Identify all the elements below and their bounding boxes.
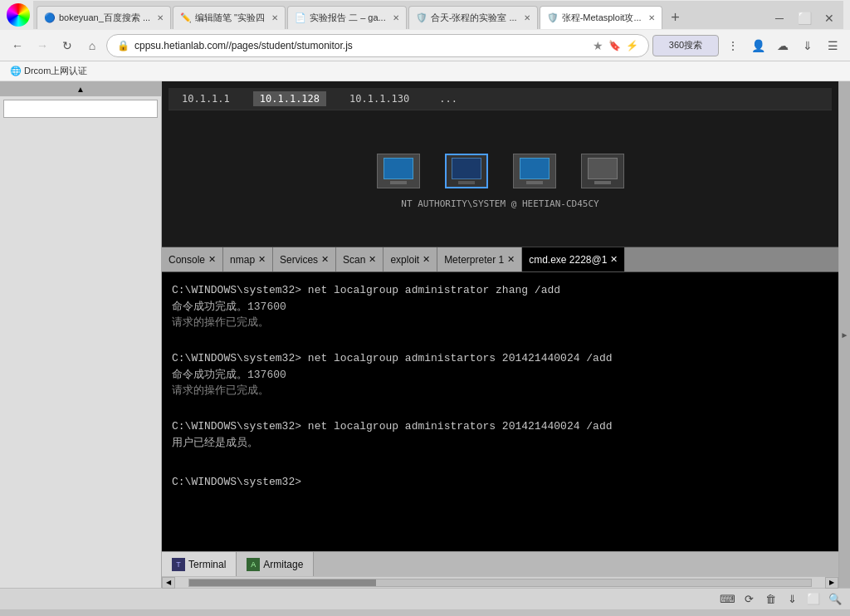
- 360-search-icon[interactable]: 360搜索: [652, 35, 719, 56]
- tab2-label: 编辑随笔 "实验四: [195, 12, 265, 24]
- node-ip-1[interactable]: 10.1.1.1: [175, 91, 237, 106]
- new-tab-button[interactable]: +: [664, 6, 687, 29]
- node-ip-4[interactable]: ...: [432, 91, 464, 106]
- node-bar: 10.1.1.1 10.1.1.128 10.1.1.130 ...: [169, 88, 832, 110]
- search-status-icon[interactable]: 🔍: [827, 591, 843, 608]
- scroll-right-button[interactable]: ▶: [825, 577, 838, 589]
- scroll-left-button[interactable]: ◀: [162, 577, 175, 589]
- star-icon[interactable]: ★: [593, 39, 603, 52]
- meterpreter-tab-close-icon[interactable]: ✕: [507, 254, 515, 265]
- node-ip-3-label: 10.1.1.130: [349, 93, 409, 105]
- bookmark-favicon: 🌐: [10, 66, 22, 76]
- bookmark-icon[interactable]: 🔖: [608, 40, 621, 51]
- network-node-3[interactable]: [513, 154, 556, 188]
- cmd-line-2: C:\WINDOWS\system32> net localgroup admi…: [172, 350, 828, 367]
- cycle-icon[interactable]: ⟳: [740, 591, 757, 608]
- account-button[interactable]: 👤: [747, 35, 769, 56]
- console-tab-label: Console: [169, 254, 205, 266]
- window-icon[interactable]: ⬜: [805, 591, 822, 608]
- network-node-1[interactable]: [377, 154, 420, 188]
- browser-tab-4[interactable]: 🛡️ 合天-张程的实验室 ... ✕: [408, 6, 538, 29]
- network-panel: 10.1.1.1 10.1.1.128 10.1.1.130 ...: [162, 81, 838, 247]
- bookmark-drcom[interactable]: 🌐 Drcom上网认证: [7, 64, 90, 78]
- response-line-2: 命令成功完成。137600: [172, 367, 828, 384]
- collapse-arrow-icon: ▲: [76, 85, 85, 94]
- tab5-close-icon[interactable]: ✕: [648, 13, 655, 22]
- tab5-favicon: 🛡️: [547, 12, 559, 23]
- sync-button[interactable]: ☁: [772, 35, 794, 56]
- minimize-button[interactable]: ─: [769, 7, 790, 29]
- nmap-tab-close-icon[interactable]: ✕: [258, 254, 266, 265]
- download-button[interactable]: ⇓: [797, 35, 818, 56]
- trash-icon[interactable]: 🗑: [762, 591, 779, 608]
- cmd-tab-label: cmd.exe 2228@1: [529, 254, 607, 266]
- app-tab-console[interactable]: Console ✕: [162, 247, 223, 271]
- browser-tab-2[interactable]: ✏️ 编辑随笔 "实验四 ✕: [173, 6, 286, 29]
- node-ip-2[interactable]: 10.1.1.128: [253, 91, 326, 106]
- node-ip-2-label: 10.1.1.128: [260, 93, 320, 105]
- tab4-close-icon[interactable]: ✕: [524, 13, 530, 22]
- scroll-track[interactable]: [188, 579, 812, 587]
- browser-tab-5[interactable]: 🛡️ 张程-Metasploit攻... ✕: [540, 6, 662, 29]
- horizontal-scrollbar[interactable]: ◀ ▶: [162, 576, 838, 588]
- right-collapse-icon: ►: [841, 330, 849, 340]
- response-line-3: 用户已经是成员。: [172, 435, 828, 452]
- app-tab-services[interactable]: Services ✕: [273, 247, 336, 271]
- browser-tab-3[interactable]: 📄 实验报告 二 – ga... ✕: [287, 6, 407, 29]
- armitage-tab-label: Armitage: [263, 559, 303, 570]
- sidebar-search-input[interactable]: [3, 100, 158, 118]
- nmap-tab-label: nmap: [230, 254, 255, 266]
- status-bar: ⌨ ⟳ 🗑 ⇓ ⬜ 🔍: [0, 588, 850, 609]
- right-collapse-button[interactable]: ►: [838, 81, 850, 588]
- terminal-tab-label: Terminal: [188, 559, 226, 570]
- address-bar[interactable]: 🔒 cppsu.hetianlab.com//pages/student/stu…: [106, 34, 649, 57]
- app-tab-nmap[interactable]: nmap ✕: [223, 247, 273, 271]
- armitage-icon: A: [247, 558, 260, 571]
- app-tabs-panel: Console ✕ nmap ✕ Services ✕ Scan ✕ explo…: [162, 247, 838, 272]
- close-button[interactable]: ✕: [818, 7, 840, 29]
- armitage-tab[interactable]: A Armitage: [237, 552, 314, 576]
- network-node-2[interactable]: [445, 154, 488, 188]
- restore-button[interactable]: ⬜: [794, 7, 815, 29]
- terminal-content[interactable]: C:\WINDOWS\system32> net localgroup admi…: [162, 272, 838, 551]
- download-status-icon[interactable]: ⇓: [784, 591, 800, 608]
- forward-button[interactable]: →: [32, 35, 53, 56]
- tab3-label: 实验报告 二 – ga...: [310, 12, 386, 24]
- node-ip-1-label: 10.1.1.1: [182, 93, 230, 105]
- scan-tab-close-icon[interactable]: ✕: [369, 254, 376, 265]
- keyboard-icon[interactable]: ⌨: [719, 591, 735, 608]
- tab1-close-icon[interactable]: ✕: [157, 13, 164, 22]
- console-tab-close-icon[interactable]: ✕: [208, 254, 216, 265]
- tab3-close-icon[interactable]: ✕: [393, 13, 399, 22]
- tab5-label: 张程-Metasploit攻...: [562, 12, 642, 24]
- terminal-tab[interactable]: T Terminal: [162, 552, 237, 576]
- home-button[interactable]: ⌂: [81, 35, 103, 56]
- tab2-close-icon[interactable]: ✕: [271, 13, 278, 22]
- refresh-button[interactable]: ↻: [56, 35, 78, 56]
- tab4-favicon: 🛡️: [416, 12, 427, 23]
- sidebar-collapse-button[interactable]: ▲: [0, 81, 161, 96]
- app-tab-meterpreter[interactable]: Meterpreter 1 ✕: [437, 247, 522, 271]
- browser-tabs-bar: 🔵 bokeyuan_百度搜索 ... ✕ ✏️ 编辑随笔 "实验四 ✕ 📄 实…: [33, 1, 843, 29]
- menu-button[interactable]: ☰: [822, 35, 843, 56]
- app-tab-exploit[interactable]: exploit ✕: [383, 247, 437, 271]
- lightning-icon: ⚡: [626, 40, 638, 51]
- cmd-tab-close-icon[interactable]: ✕: [610, 254, 618, 265]
- prompt-line: C:\WINDOWS\system32>: [172, 474, 828, 491]
- sidebar: ▲: [0, 81, 162, 588]
- tab1-favicon: 🔵: [44, 12, 56, 23]
- back-button[interactable]: ←: [7, 35, 28, 56]
- app-tab-scan[interactable]: Scan ✕: [336, 247, 383, 271]
- extensions-button[interactable]: ⋮: [722, 35, 744, 56]
- exploit-tab-label: exploit: [390, 254, 419, 266]
- terminal-area: 10.1.1.1 10.1.1.128 10.1.1.130 ...: [162, 81, 838, 588]
- response-line-1: 命令成功完成。137600: [172, 299, 828, 315]
- scroll-thumb[interactable]: [189, 579, 376, 586]
- tab2-favicon: ✏️: [180, 12, 192, 23]
- exploit-tab-close-icon[interactable]: ✕: [423, 254, 430, 265]
- app-tab-cmd[interactable]: cmd.exe 2228@1 ✕: [522, 247, 625, 271]
- network-node-4[interactable]: [581, 154, 624, 188]
- browser-tab-1[interactable]: 🔵 bokeyuan_百度搜索 ... ✕: [37, 6, 171, 29]
- services-tab-close-icon[interactable]: ✕: [321, 254, 329, 265]
- node-ip-3[interactable]: 10.1.1.130: [343, 91, 416, 106]
